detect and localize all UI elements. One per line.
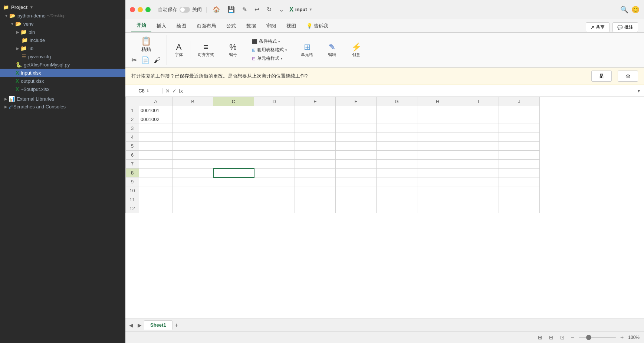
cell-F10[interactable] <box>336 186 377 195</box>
cell-E10[interactable] <box>295 186 336 195</box>
tab-insert[interactable]: 插入 <box>151 20 171 32</box>
cell-I4[interactable] <box>458 133 499 142</box>
cell-J12[interactable] <box>499 204 540 213</box>
cell-H6[interactable] <box>417 151 458 160</box>
cell-H4[interactable] <box>417 133 458 142</box>
cell-B5[interactable] <box>172 142 213 151</box>
sheet-nav-prev-button[interactable]: ◀ <box>127 321 135 330</box>
tab-draw[interactable]: 绘图 <box>171 20 191 32</box>
cell-D1[interactable] <box>254 106 295 115</box>
cell-H12[interactable] <box>417 204 458 213</box>
row-header-8[interactable]: 8 <box>126 169 139 177</box>
tree-bin[interactable]: ▶ 📁 bin <box>0 28 125 36</box>
cell-A4[interactable] <box>139 133 172 142</box>
cell-A8[interactable] <box>139 169 172 177</box>
sheet-add-button[interactable]: + <box>172 320 180 330</box>
col-header-D[interactable]: D <box>254 97 295 106</box>
cell-F2[interactable] <box>336 115 377 124</box>
cell-I6[interactable] <box>458 151 499 160</box>
home-icon-btn[interactable]: 🏠 <box>211 5 222 14</box>
row-header-12[interactable]: 12 <box>126 204 139 213</box>
cell-C5[interactable] <box>213 142 254 151</box>
share-button[interactable]: ↗ 共享 <box>586 22 610 32</box>
cell-D7[interactable] <box>254 160 295 169</box>
cell-J1[interactable] <box>499 106 540 115</box>
cell-B6[interactable] <box>172 151 213 160</box>
cell-I1[interactable] <box>458 106 499 115</box>
format-painter-button[interactable]: 🖌 <box>152 56 162 65</box>
cell-G9[interactable] <box>377 177 417 186</box>
cell-G4[interactable] <box>377 133 417 142</box>
minimize-button[interactable] <box>138 7 143 12</box>
save-icon-btn[interactable]: 💾 <box>226 5 237 14</box>
cell-B8[interactable] <box>172 169 213 177</box>
cell-I5[interactable] <box>458 142 499 151</box>
row-header-10[interactable]: 10 <box>126 186 139 195</box>
cell-A9[interactable] <box>139 177 172 186</box>
cell-C7[interactable] <box>213 160 254 169</box>
comment-button[interactable]: 💬 批注 <box>612 22 638 32</box>
zoom-slider[interactable] <box>579 337 616 338</box>
tab-start[interactable]: 开始 <box>131 20 151 32</box>
cell-I10[interactable] <box>458 186 499 195</box>
cell-F8[interactable] <box>336 169 377 177</box>
cell-C10[interactable] <box>213 186 254 195</box>
row-header-2[interactable]: 2 <box>126 115 139 124</box>
zoom-out-button[interactable]: − <box>569 334 576 341</box>
align-button[interactable]: ≡ 对齐方式 <box>196 41 216 59</box>
cell-reference-box[interactable]: C8 ⇕ <box>125 88 162 94</box>
confirm-formula-button[interactable]: ✓ <box>172 88 177 94</box>
cell-B11[interactable] <box>172 195 213 204</box>
cell-I11[interactable] <box>458 195 499 204</box>
zoom-in-button[interactable]: + <box>619 334 625 341</box>
normal-view-button[interactable]: ⊞ <box>536 333 544 342</box>
cell-H7[interactable] <box>417 160 458 169</box>
cell-D8[interactable] <box>254 169 295 177</box>
cell-J6[interactable] <box>499 151 540 160</box>
cell-D4[interactable] <box>254 133 295 142</box>
cell-E4[interactable] <box>295 133 336 142</box>
row-header-3[interactable]: 3 <box>126 124 139 133</box>
cell-E12[interactable] <box>295 204 336 213</box>
cell-J7[interactable] <box>499 160 540 169</box>
undo-icon-btn[interactable]: ↩ <box>253 5 261 14</box>
cell-B2[interactable] <box>172 115 213 124</box>
tree-external-libraries[interactable]: ▶ 📊 External Libraries <box>0 95 125 103</box>
cell-C2[interactable] <box>213 115 254 124</box>
cell-C9[interactable] <box>213 177 254 186</box>
row-header-6[interactable]: 6 <box>126 151 139 160</box>
cell-G12[interactable] <box>377 204 417 213</box>
cell-F7[interactable] <box>336 160 377 169</box>
page-break-view-button[interactable]: ⊡ <box>558 333 566 342</box>
cell-B1[interactable] <box>172 106 213 115</box>
row-header-1[interactable]: 1 <box>126 106 139 115</box>
redo-icon-btn[interactable]: ↻ <box>265 5 273 14</box>
font-button[interactable]: A 字体 <box>171 41 186 59</box>
tree-cfg[interactable]: ☰ pyvenv.cfg <box>0 52 125 61</box>
cell-A10[interactable] <box>139 186 172 195</box>
cell-J10[interactable] <box>499 186 540 195</box>
cell-A5[interactable] <box>139 142 172 151</box>
cell-H2[interactable] <box>417 115 458 124</box>
cell-B10[interactable] <box>172 186 213 195</box>
tree-scratches[interactable]: ▶ 🖊 Scratches and Consoles <box>0 103 125 111</box>
col-header-C[interactable]: C <box>213 97 254 106</box>
cell-B4[interactable] <box>172 133 213 142</box>
col-header-G[interactable]: G <box>377 97 417 106</box>
cell-F3[interactable] <box>336 124 377 133</box>
cell-F5[interactable] <box>336 142 377 151</box>
cell-J9[interactable] <box>499 177 540 186</box>
cell-E11[interactable] <box>295 195 336 204</box>
cell-B12[interactable] <box>172 204 213 213</box>
cell-E6[interactable] <box>295 151 336 160</box>
tab-view[interactable]: 视图 <box>281 20 301 32</box>
cell-E2[interactable] <box>295 115 336 124</box>
cancel-formula-button[interactable]: ✕ <box>165 88 170 94</box>
cell-E8[interactable] <box>295 169 336 177</box>
row-header-5[interactable]: 5 <box>126 142 139 151</box>
autosave-toggle[interactable] <box>180 7 190 13</box>
recovery-no-button[interactable]: 否 <box>618 71 638 82</box>
row-header-11[interactable]: 11 <box>126 195 139 204</box>
cell-C6[interactable] <box>213 151 254 160</box>
formula-expand-button[interactable]: ▼ <box>634 88 644 94</box>
